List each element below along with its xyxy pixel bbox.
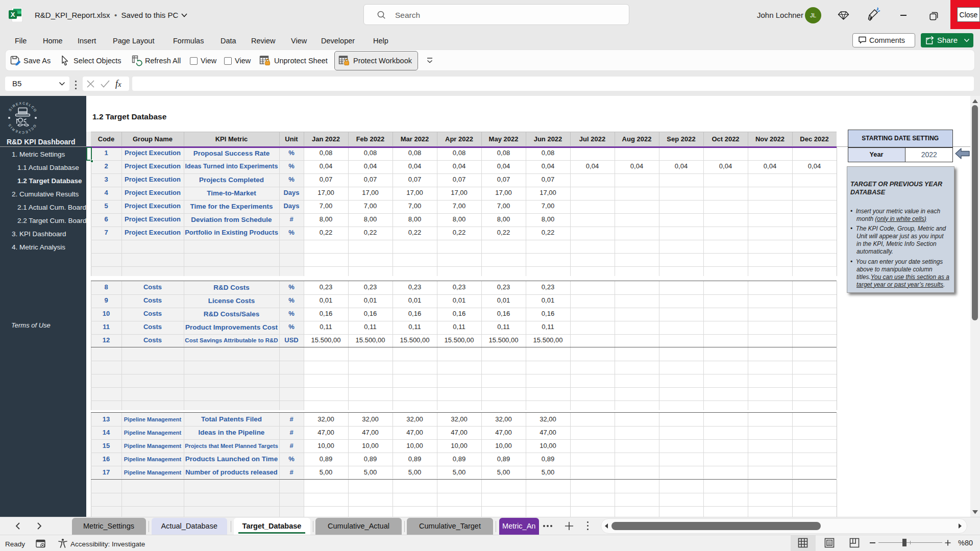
svg-text:SIREXCELCO OCLECXERIS: SIREXCELCO OCLECXERIS — [7, 101, 38, 134]
svg-text:X: X — [11, 11, 15, 18]
